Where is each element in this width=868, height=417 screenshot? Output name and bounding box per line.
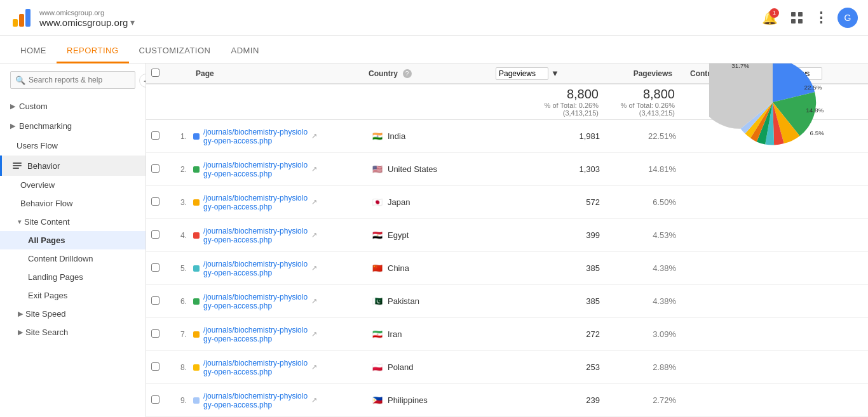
site-url-top: www.omicsgroup.org: [39, 9, 104, 17]
content-area: Page Country ? Pageviews ▼ Pageviews Con…: [146, 63, 868, 417]
svg-text:22.5%: 22.5%: [804, 84, 822, 91]
row-page-link-4b[interactable]: gy-open-access.php: [203, 235, 308, 244]
row-color-dot-2: [193, 166, 200, 173]
row-color-dot-1: [193, 133, 200, 140]
tab-customization[interactable]: CUSTOMIZATION: [129, 39, 221, 63]
row-country-1: 🇮🇳 India: [372, 131, 499, 141]
external-link-icon-3[interactable]: ↗: [311, 198, 317, 206]
summary-pct-2: % of Total: 0.26%: [606, 102, 675, 109]
row-page-link-6[interactable]: /journals/biochemistry-physiolo: [203, 293, 308, 301]
sidebar-item-site-search[interactable]: ▶ Site Search: [0, 323, 146, 341]
flag-icon-7: 🇮🇷: [372, 329, 383, 339]
row-page-link-3[interactable]: /journals/biochemistry-physiolo: [203, 194, 308, 202]
pageviews-metric-select[interactable]: Pageviews: [496, 67, 548, 80]
row-page-link-1[interactable]: /journals/biochemistry-physiolo: [203, 128, 308, 136]
table-row: 4. /journals/biochemistry-physiolo gy-op…: [146, 219, 868, 252]
tab-admin[interactable]: ADMIN: [220, 39, 269, 63]
row-country-7: 🇮🇷 Iran: [372, 329, 499, 339]
row-pv-metric-1: 1,981: [499, 131, 607, 141]
sidebar-item-landing-pages[interactable]: Landing Pages: [0, 268, 146, 286]
tab-reporting[interactable]: REPORTING: [57, 39, 129, 63]
row-checkbox-4[interactable]: [151, 230, 172, 241]
flag-icon-1: 🇮🇳: [372, 131, 383, 141]
tab-home[interactable]: HOME: [10, 39, 57, 63]
country-name-1: India: [388, 131, 405, 141]
notification-button[interactable]: 🔔 1: [759, 8, 780, 28]
row-checkbox-5[interactable]: [151, 263, 172, 274]
row-pageviews-7: 3.09%: [607, 329, 684, 339]
row-page-link-9[interactable]: /journals/biochemistry-physiolo: [203, 392, 308, 400]
sort-desc-icon[interactable]: ▼: [551, 69, 559, 78]
row-page-link-wrap-7: /journals/biochemistry-physiolo gy-open-…: [203, 326, 308, 343]
row-page-link-6b[interactable]: gy-open-access.php: [203, 301, 308, 310]
sidebar-item-content-drilldown[interactable]: Content Drilldown: [0, 249, 146, 268]
sidebar-item-site-content[interactable]: ▾ Site Content: [0, 213, 146, 231]
row-page-link-5[interactable]: /journals/biochemistry-physiolo: [203, 260, 308, 268]
row-checkbox-7[interactable]: [151, 329, 172, 340]
dropdown-arrow-icon: ▾: [130, 17, 135, 27]
more-options-button[interactable]: ⋮: [814, 10, 827, 26]
row-checkbox-9[interactable]: [151, 395, 172, 406]
row-page-link-8b[interactable]: gy-open-access.php: [203, 367, 308, 376]
external-link-icon-1[interactable]: ↗: [311, 132, 317, 140]
select-all-checkbox[interactable]: [151, 69, 159, 77]
nav-tabs: HOME REPORTING CUSTOMIZATION ADMIN: [0, 36, 868, 63]
row-page-link-4[interactable]: /journals/biochemistry-physiolo: [203, 227, 308, 235]
row-page-link-5b[interactable]: gy-open-access.php: [203, 268, 308, 277]
row-page-link-2b[interactable]: gy-open-access.php: [203, 169, 308, 178]
sidebar-item-exit-pages[interactable]: Exit Pages: [0, 286, 146, 305]
country-name-6: Pakistan: [388, 296, 419, 306]
row-pageviews-6: 4.38%: [607, 296, 684, 306]
external-link-icon-5[interactable]: ↗: [311, 264, 317, 272]
sidebar-label-site-content: Site Content: [24, 217, 70, 227]
search-input[interactable]: [10, 71, 135, 89]
row-pageviews-5: 4.38%: [607, 263, 684, 273]
row-page-link-8[interactable]: /journals/biochemistry-physiolo: [203, 359, 308, 367]
row-checkbox-6[interactable]: [151, 296, 172, 307]
row-checkbox-2[interactable]: [151, 164, 172, 175]
sidebar-label-landing-pages: Landing Pages: [28, 272, 83, 282]
row-page-link-2[interactable]: /journals/biochemistry-physiolo: [203, 161, 308, 169]
row-page-link-7[interactable]: /journals/biochemistry-physiolo: [203, 326, 308, 334]
row-page-link-9b[interactable]: gy-open-access.php: [203, 400, 308, 409]
row-color-dot-6: [193, 298, 200, 305]
external-link-icon-6[interactable]: ↗: [311, 297, 317, 305]
external-link-icon-4[interactable]: ↗: [311, 231, 317, 239]
chevron-right-icon: ▶: [10, 102, 15, 110]
sidebar-item-benchmarking[interactable]: ▶ Benchmarking: [0, 116, 146, 136]
th-pv-metric-cell: Pageviews ▼: [496, 67, 604, 80]
avatar[interactable]: G: [837, 8, 858, 28]
external-link-icon-2[interactable]: ↗: [311, 165, 317, 173]
row-checkbox-1[interactable]: [151, 131, 172, 142]
row-page-link-7b[interactable]: gy-open-access.php: [203, 334, 308, 343]
row-checkbox-3[interactable]: [151, 197, 172, 208]
th-pageviews-label: Pageviews: [634, 69, 672, 78]
external-link-icon-8[interactable]: ↗: [311, 363, 317, 371]
sidebar-item-site-speed[interactable]: ▶ Site Speed: [0, 305, 146, 323]
grid-menu-button[interactable]: [790, 11, 804, 25]
svg-rect-6: [798, 19, 803, 23]
row-page-link-1b[interactable]: gy-open-access.php: [203, 136, 308, 145]
row-page-link-3b[interactable]: gy-open-access.php: [203, 202, 308, 211]
row-pageviews-9: 2.72%: [607, 395, 684, 405]
row-page-link-wrap-5: /journals/biochemistry-physiolo gy-open-…: [203, 260, 308, 277]
site-url-main-row[interactable]: www.omicsgroup.org ▾: [39, 17, 135, 28]
row-page-link-wrap-6: /journals/biochemistry-physiolo gy-open-…: [203, 293, 308, 310]
sidebar-label-all-pages: All Pages: [28, 235, 65, 245]
external-link-icon-7[interactable]: ↗: [311, 330, 317, 338]
row-checkbox-8[interactable]: [151, 362, 172, 373]
sidebar-item-behavior-flow[interactable]: Behavior Flow: [0, 194, 146, 213]
table-row: 1. /journals/biochemistry-physiolo gy-op…: [146, 120, 868, 153]
info-icon[interactable]: ?: [403, 69, 412, 78]
summary-total-1b: (3,413,215): [498, 109, 599, 117]
sidebar-item-overview[interactable]: Overview: [0, 176, 146, 194]
sidebar-item-behavior[interactable]: Behavior: [0, 156, 146, 176]
row-page-9: /journals/biochemistry-physiolo gy-open-…: [191, 392, 372, 409]
sidebar-item-users-flow[interactable]: Users Flow: [0, 136, 146, 156]
notification-badge: 1: [770, 8, 779, 18]
external-link-icon-9[interactable]: ↗: [311, 396, 317, 404]
sidebar-item-custom[interactable]: ▶ Custom: [0, 96, 146, 116]
row-page-4: /journals/biochemistry-physiolo gy-open-…: [191, 227, 372, 244]
row-page-6: /journals/biochemistry-physiolo gy-open-…: [191, 293, 372, 310]
sidebar-item-all-pages[interactable]: All Pages: [0, 231, 146, 249]
